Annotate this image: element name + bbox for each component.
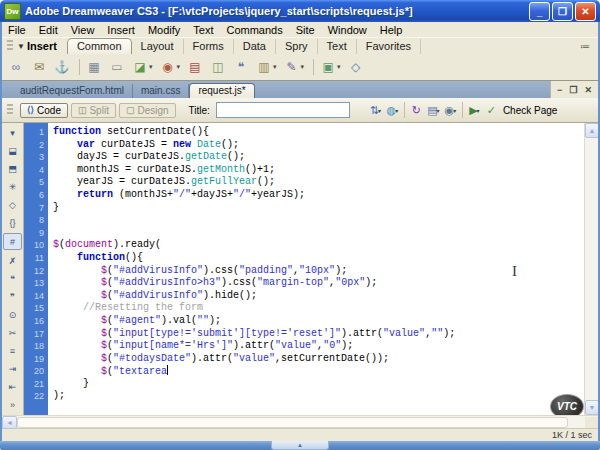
menu-help[interactable]: Help xyxy=(380,24,403,36)
hyperlink-icon[interactable]: ∞ xyxy=(8,59,24,75)
visual-aids-icon[interactable]: ◉▾ xyxy=(442,102,459,118)
open-documents-icon[interactable]: ▾ xyxy=(4,125,21,140)
select-parent-tag-icon[interactable]: ◇ xyxy=(4,197,21,212)
preview-browser-icon[interactable]: ◍▾ xyxy=(384,102,401,118)
scroll-up-icon[interactable]: ▲ xyxy=(585,123,598,138)
insert-tab-layout[interactable]: Layout xyxy=(132,39,184,54)
code-line: 1function setCurrentDate(){ xyxy=(24,126,585,139)
menu-file[interactable]: File xyxy=(8,24,26,36)
panel-collapse-button[interactable]: ▲ xyxy=(271,441,329,450)
insert-bar-menu-icon[interactable]: ≔ xyxy=(576,41,594,52)
code-line: 5 yearJS = curDateJS.getFullYear(); xyxy=(24,176,585,189)
horizontal-scroll-thumb[interactable] xyxy=(17,417,568,428)
code-line: 14 $("#addVirusInfo").hide(); xyxy=(24,290,585,303)
doc-tab-request-js-[interactable]: request.js* xyxy=(189,83,254,98)
highlight-invalid-code-icon[interactable]: ✗ xyxy=(4,253,21,268)
doc-close-icon[interactable]: ✕ xyxy=(584,85,592,95)
design-view-button[interactable]: ▢ Design xyxy=(119,103,176,118)
insert-collapse-icon[interactable]: ▼ xyxy=(17,42,25,51)
coding-toolbar-collapse-icon[interactable]: » xyxy=(4,397,21,412)
line-number: 20 xyxy=(24,365,48,378)
code-line: 18 $("input[name*='Hrs']").attr("value",… xyxy=(24,340,585,353)
line-number: 9 xyxy=(24,227,48,240)
check-page-icon[interactable]: ✓ xyxy=(483,102,500,118)
insert-tab-text[interactable]: Text xyxy=(318,39,357,54)
templates-icon[interactable]: ▣▾ xyxy=(320,59,341,75)
refresh-icon[interactable]: ↻ xyxy=(408,102,425,118)
dropdown-arrow-icon: ▾ xyxy=(177,63,181,71)
document-toolbar-grip[interactable] xyxy=(7,104,13,116)
head-icon[interactable]: ▥▾ xyxy=(256,59,277,75)
insert-tab-common[interactable]: Common xyxy=(67,38,132,55)
line-number: 6 xyxy=(24,189,48,202)
doc-tab-auditrequestform-html[interactable]: auditRequestForm.html xyxy=(12,84,133,98)
code-line: 6 return (monthJS+"/"+dayJS+"/"+yearJS); xyxy=(24,189,585,202)
insert-div-icon[interactable]: ▭ xyxy=(109,59,125,75)
images-icon[interactable]: ◪▾ xyxy=(132,59,153,75)
indent-icon[interactable]: ⇥ xyxy=(4,361,21,376)
collapse-full-tag-icon[interactable]: ⬓ xyxy=(4,143,21,158)
comment-icon[interactable]: ❝ xyxy=(233,59,249,75)
split-view-button[interactable]: ◫ Split xyxy=(71,103,116,118)
scroll-down-icon[interactable]: ▼ xyxy=(585,400,598,415)
remove-comment-icon[interactable]: ❞ xyxy=(4,289,21,304)
menu-commands[interactable]: Commands xyxy=(226,24,282,36)
menu-modify[interactable]: Modify xyxy=(148,24,180,36)
restore-button[interactable]: ❐ xyxy=(552,2,573,21)
menu-insert[interactable]: Insert xyxy=(107,24,135,36)
line-number: 4 xyxy=(24,164,48,177)
email-link-icon[interactable]: ✉ xyxy=(31,59,47,75)
split-view-icon: ◫ xyxy=(78,105,87,115)
mdi-window-controls: − ❐ ✕ xyxy=(550,81,598,98)
insert-icon-row: ∞✉⚓▦▭◪▾◉▾▤◫❝▥▾✎▾▣▾◇ xyxy=(2,54,598,81)
insert-tab-forms[interactable]: Forms xyxy=(184,39,234,54)
doc-restore-icon[interactable]: ❐ xyxy=(569,85,577,95)
document-title-input[interactable] xyxy=(216,102,350,118)
menu-window[interactable]: Window xyxy=(328,24,367,36)
menu-edit[interactable]: Edit xyxy=(39,24,58,36)
line-number: 5 xyxy=(24,176,48,189)
title-field-label: Title: xyxy=(189,105,210,116)
view-options-icon[interactable]: ▤▾ xyxy=(425,102,442,118)
wrap-tag-icon[interactable]: ⊙ xyxy=(4,307,21,322)
toolbar-separator xyxy=(313,59,314,75)
server-include-icon[interactable]: ◫ xyxy=(210,59,226,75)
insert-tab-data[interactable]: Data xyxy=(234,39,276,54)
line-numbers-icon[interactable]: # xyxy=(3,233,22,250)
code-view-button[interactable]: ⟨⟩ Code xyxy=(20,103,68,118)
horizontal-scrollbar[interactable]: ◄ xyxy=(2,415,598,428)
media-icon[interactable]: ◉▾ xyxy=(160,59,181,75)
check-page-button[interactable]: Check Page xyxy=(503,105,557,116)
menu-text[interactable]: Text xyxy=(193,24,213,36)
line-number: 2 xyxy=(24,139,48,152)
doc-minimize-icon[interactable]: − xyxy=(557,85,562,95)
collapse-selection-icon[interactable]: ⬒ xyxy=(4,161,21,176)
expand-all-icon[interactable]: ✳ xyxy=(4,179,21,194)
vertical-scrollbar[interactable]: ▲ ▼ xyxy=(584,123,598,415)
tag-chooser-icon[interactable]: ◇ xyxy=(348,59,364,75)
dropdown-arrow-icon: ▾ xyxy=(453,107,456,114)
code-editor[interactable]: 1function setCurrentDate(){2 var curDate… xyxy=(24,123,598,415)
date-icon[interactable]: ▤ xyxy=(187,59,203,75)
validate-markup-icon[interactable]: ▶▾ xyxy=(466,102,483,118)
script-icon[interactable]: ✎▾ xyxy=(284,59,305,75)
recent-snippets-icon[interactable]: ✂ xyxy=(4,325,21,340)
apply-comment-icon[interactable]: ❝ xyxy=(4,271,21,286)
line-number: 17 xyxy=(24,328,48,341)
named-anchor-icon[interactable]: ⚓ xyxy=(54,59,70,75)
move-css-icon[interactable]: ≡ xyxy=(4,343,21,358)
balance-braces-icon[interactable]: {} xyxy=(4,215,21,230)
insert-bar-grip[interactable] xyxy=(7,40,13,52)
table-icon[interactable]: ▦ xyxy=(86,59,102,75)
menu-site[interactable]: Site xyxy=(296,24,315,36)
file-management-icon[interactable]: ⇅▾ xyxy=(367,102,384,118)
outdent-icon[interactable]: ⇤ xyxy=(4,379,21,394)
doc-tab-main-css[interactable]: main.css xyxy=(133,84,189,98)
insert-tab-favorites[interactable]: Favorites xyxy=(357,39,421,54)
insert-tab-spry[interactable]: Spry xyxy=(276,39,318,54)
insert-bar-label: Insert xyxy=(27,40,57,52)
scroll-left-icon[interactable]: ◄ xyxy=(2,416,17,429)
minimize-button[interactable]: _ xyxy=(529,2,550,21)
close-button[interactable]: ✕ xyxy=(575,2,596,21)
menu-view[interactable]: View xyxy=(71,24,95,36)
